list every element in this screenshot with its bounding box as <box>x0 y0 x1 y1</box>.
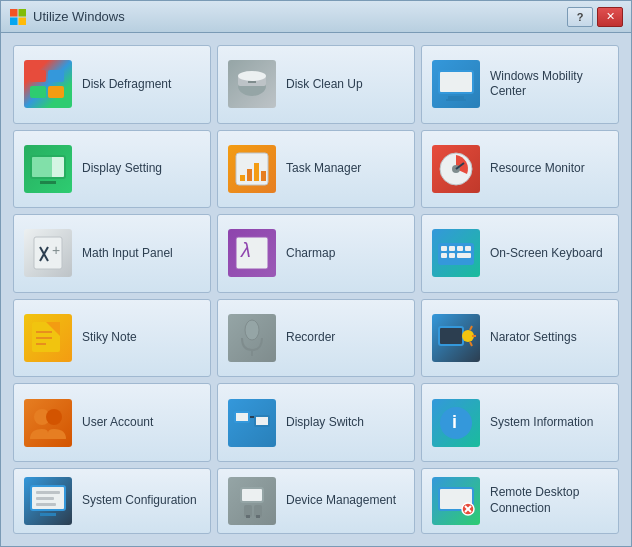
svg-rect-39 <box>441 253 447 258</box>
svg-point-47 <box>245 320 259 340</box>
resource-monitor-label: Resource Monitor <box>490 161 585 177</box>
math-panel-label: Math Input Panel <box>82 246 173 262</box>
tile-display-switch[interactable]: Display Switch <box>217 383 415 462</box>
narrator-icon <box>432 314 480 362</box>
svg-rect-38 <box>465 246 471 251</box>
svg-rect-2 <box>10 17 18 25</box>
svg-rect-1 <box>19 9 27 17</box>
title-bar: Utilize Windows ? ✕ <box>1 1 631 33</box>
svg-rect-15 <box>446 99 466 101</box>
mobility-icon <box>432 60 480 108</box>
disk-cleanup-label: Disk Clean Up <box>286 77 363 93</box>
svg-rect-58 <box>236 413 248 421</box>
tile-mobility[interactable]: Windows Mobility Center <box>421 45 619 124</box>
tile-grid: Disk DefragmentDisk Clean UpWindows Mobi… <box>1 33 631 546</box>
svg-rect-36 <box>449 246 455 251</box>
tile-account[interactable]: User Account <box>13 383 211 462</box>
svg-rect-13 <box>440 72 472 92</box>
sticky-note-icon <box>24 314 72 362</box>
math-panel-icon: + <box>24 229 72 277</box>
svg-rect-37 <box>457 246 463 251</box>
display-setting-icon <box>24 145 72 193</box>
device-mgmt-icon <box>228 477 276 525</box>
remote-desktop-label: Remote Desktop Connection <box>490 485 608 516</box>
tile-recorder[interactable]: Recorder <box>217 299 415 378</box>
resource-monitor-icon <box>432 145 480 193</box>
tile-system-config[interactable]: System Configuration <box>13 468 211 534</box>
svg-rect-14 <box>448 96 464 99</box>
svg-rect-75 <box>256 515 260 518</box>
tile-disk-cleanup[interactable]: Disk Clean Up <box>217 45 415 124</box>
svg-rect-3 <box>19 17 27 25</box>
main-window: Utilize Windows ? ✕ Disk DefragmentDisk … <box>0 0 632 547</box>
svg-rect-24 <box>261 171 266 181</box>
charmap-label: Charmap <box>286 246 335 262</box>
svg-rect-74 <box>246 515 250 518</box>
tile-remote-desktop[interactable]: Remote Desktop Connection <box>421 468 619 534</box>
tile-narrator[interactable]: Narator Settings <box>421 299 619 378</box>
svg-text:λ: λ <box>240 239 251 261</box>
display-switch-label: Display Switch <box>286 415 364 431</box>
tile-resource-monitor[interactable]: Resource Monitor <box>421 130 619 209</box>
svg-point-10 <box>238 71 266 81</box>
svg-rect-19 <box>40 181 56 184</box>
svg-line-54 <box>470 342 472 346</box>
display-switch-icon <box>228 399 276 447</box>
recorder-icon <box>228 314 276 362</box>
tile-task-manager[interactable]: Task Manager <box>217 130 415 209</box>
svg-text:+: + <box>52 242 60 258</box>
onscreen-keyboard-icon <box>432 229 480 277</box>
svg-rect-4 <box>30 70 46 82</box>
svg-rect-68 <box>36 503 56 506</box>
svg-rect-18 <box>32 157 52 177</box>
recorder-label: Recorder <box>286 330 335 346</box>
disk-defrag-icon <box>24 60 72 108</box>
svg-rect-6 <box>30 86 46 98</box>
tile-device-mgmt[interactable]: Device Management <box>217 468 415 534</box>
svg-rect-71 <box>242 489 262 501</box>
svg-rect-7 <box>48 86 64 98</box>
svg-rect-22 <box>247 169 252 181</box>
task-manager-label: Task Manager <box>286 161 361 177</box>
system-config-label: System Configuration <box>82 493 197 509</box>
narrator-label: Narator Settings <box>490 330 577 346</box>
svg-point-56 <box>46 409 62 425</box>
task-manager-icon <box>228 145 276 193</box>
onscreen-keyboard-label: On-Screen Keyboard <box>490 246 603 262</box>
svg-rect-41 <box>457 253 471 258</box>
account-icon <box>24 399 72 447</box>
tile-math-panel[interactable]: +Math Input Panel <box>13 214 211 293</box>
title-bar-left: Utilize Windows <box>9 8 125 26</box>
tile-display-setting[interactable]: Display Setting <box>13 130 211 209</box>
window-title: Utilize Windows <box>33 9 125 24</box>
account-label: User Account <box>82 415 153 431</box>
tile-disk-defrag[interactable]: Disk Defragment <box>13 45 211 124</box>
charmap-icon: λ <box>228 229 276 277</box>
tile-system-info[interactable]: iSystem Information <box>421 383 619 462</box>
sticky-note-label: Stiky Note <box>82 330 137 346</box>
svg-rect-0 <box>10 9 18 17</box>
svg-rect-23 <box>254 163 259 181</box>
system-info-label: System Information <box>490 415 593 431</box>
svg-rect-60 <box>256 417 268 425</box>
tile-charmap[interactable]: λCharmap <box>217 214 415 293</box>
remote-desktop-icon <box>432 477 480 525</box>
system-info-icon: i <box>432 399 480 447</box>
close-button[interactable]: ✕ <box>597 7 623 27</box>
title-buttons: ? ✕ <box>567 7 623 27</box>
svg-rect-40 <box>449 253 455 258</box>
disk-defrag-label: Disk Defragment <box>82 77 171 93</box>
svg-line-52 <box>470 326 472 330</box>
system-config-icon <box>24 477 72 525</box>
help-button[interactable]: ? <box>567 7 593 27</box>
svg-rect-50 <box>440 328 462 344</box>
svg-text:i: i <box>452 412 457 432</box>
windows-logo-icon <box>9 8 27 26</box>
tile-sticky-note[interactable]: Stiky Note <box>13 299 211 378</box>
svg-rect-35 <box>441 246 447 251</box>
svg-rect-69 <box>40 513 56 516</box>
display-setting-label: Display Setting <box>82 161 162 177</box>
disk-cleanup-icon <box>228 60 276 108</box>
tile-onscreen-keyboard[interactable]: On-Screen Keyboard <box>421 214 619 293</box>
mobility-label: Windows Mobility Center <box>490 69 608 100</box>
